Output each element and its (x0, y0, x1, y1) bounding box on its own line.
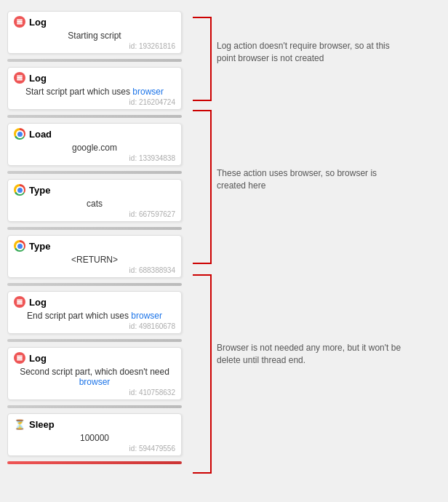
card-sleep-1-label: Sleep (29, 419, 55, 430)
card-log-1-label: Log (29, 17, 47, 28)
card-sleep-1-id: id: 594479556 (14, 445, 175, 453)
annotation-2: These action uses browser, so browser is… (217, 167, 406, 192)
card-log-4-label: Log (29, 353, 47, 364)
bracket-svg (189, 7, 444, 502)
card-log-3[interactable]: Log End script part which uses browser i… (7, 291, 182, 334)
card-log-2-label: Log (29, 73, 47, 84)
annotation-3: Browser is not needed any more, but it w… (217, 342, 413, 367)
card-log-3-label: Log (29, 297, 47, 308)
card-type-2-id: id: 688388934 (14, 266, 175, 274)
card-log-1[interactable]: Log Starting script id: 193261816 (7, 11, 182, 54)
card-type-1[interactable]: Type cats id: 667597627 (7, 179, 182, 222)
card-type-1-id: id: 667597627 (14, 210, 175, 218)
card-log-2-header: Log (14, 72, 175, 84)
card-sleep-1[interactable]: ⏳ Sleep 100000 id: 594479556 (7, 413, 182, 456)
separator-red-1 (7, 461, 182, 464)
card-log-3-body: End script part which uses browser (14, 309, 175, 322)
card-log-4[interactable]: Log Second script part, which doesn't ne… (7, 347, 182, 400)
card-load-1-id: id: 133934838 (14, 154, 175, 162)
card-type-2-body: <RETURN> (14, 253, 175, 266)
card-log-4-id: id: 410758632 (14, 389, 175, 397)
card-type-2-label: Type (29, 241, 50, 252)
chrome-icon-3 (14, 240, 25, 252)
card-type-1-header: Type (14, 184, 175, 196)
browser-highlight-2: browser (131, 311, 162, 321)
card-sleep-1-header: ⏳ Sleep (14, 418, 175, 430)
card-load-1-header: Load (14, 128, 175, 140)
log-icon-1 (14, 16, 25, 28)
card-log-4-header: Log (14, 352, 175, 364)
card-type-1-label: Type (29, 185, 50, 196)
log-icon-4 (14, 352, 25, 364)
card-type-2[interactable]: Type <RETURN> id: 688388934 (7, 235, 182, 278)
card-load-1-label: Load (29, 129, 52, 140)
separator-2 (7, 115, 182, 118)
card-log-1-body: Starting script (14, 29, 175, 42)
separator-1 (7, 59, 182, 62)
card-sleep-1-body: 100000 (14, 431, 175, 445)
separator-5 (7, 283, 182, 286)
card-log-3-header: Log (14, 296, 175, 308)
card-log-2-body: Start script part which uses browser (14, 85, 175, 98)
sleep-icon: ⏳ (14, 418, 25, 430)
card-log-1-header: Log (14, 16, 175, 28)
card-log-2-id: id: 216204724 (14, 98, 175, 106)
card-log-3-id: id: 498160678 (14, 322, 175, 330)
card-type-2-header: Type (14, 240, 175, 252)
card-log-2[interactable]: Log Start script part which uses browser… (7, 67, 182, 110)
annotation-1: Log action doesn't require browser, so a… (217, 40, 406, 65)
main-container: Log Starting script id: 193261816 Log St… (0, 0, 448, 476)
separator-6 (7, 339, 182, 342)
chrome-icon-2 (14, 184, 25, 196)
annotation-column: Log action doesn't require browser, so a… (189, 7, 448, 469)
separator-4 (7, 227, 182, 230)
separator-3 (7, 171, 182, 174)
card-log-4-body: Second script part, which doesn't need b… (14, 365, 175, 389)
log-icon-2 (14, 72, 25, 84)
card-log-1-id: id: 193261816 (14, 42, 175, 50)
cards-column: Log Starting script id: 193261816 Log St… (0, 7, 189, 469)
card-type-1-body: cats (14, 197, 175, 210)
card-load-1[interactable]: Load google.com id: 133934838 (7, 123, 182, 166)
chrome-icon-1 (14, 128, 25, 140)
browser-highlight-3: browser (79, 377, 111, 387)
browser-highlight-1: browser (132, 87, 164, 97)
separator-7 (7, 405, 182, 408)
card-load-1-body: google.com (14, 141, 175, 154)
log-icon-3 (14, 296, 25, 308)
